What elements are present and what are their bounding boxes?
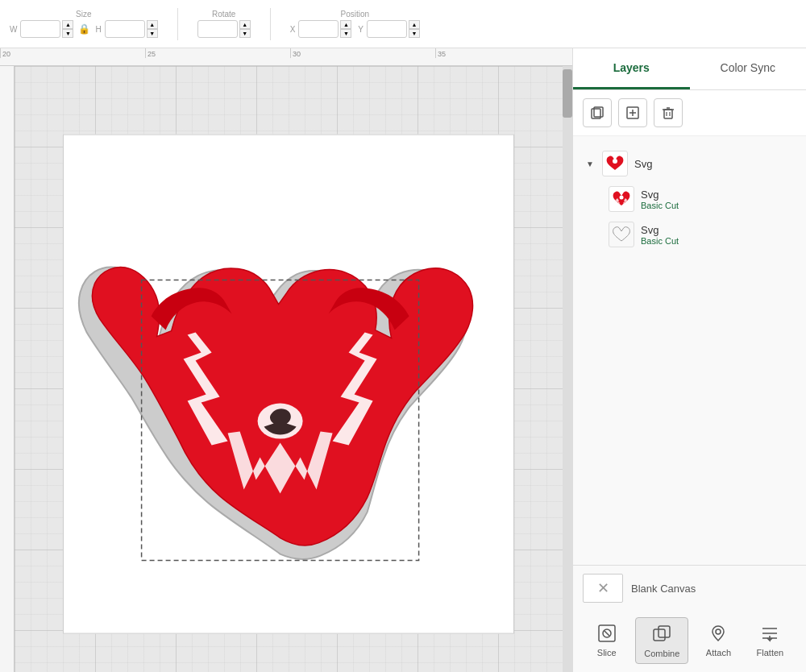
layer-group-name: Svg <box>634 158 793 170</box>
copy-button[interactable] <box>583 98 612 127</box>
layer-thumb-child-2 <box>609 222 634 247</box>
ruler-mark-1: 25 <box>145 48 156 58</box>
width-input[interactable] <box>20 20 60 38</box>
width-down[interactable]: ▼ <box>62 29 73 38</box>
add-button[interactable] <box>618 98 647 127</box>
flatten-button[interactable]: Flatten <box>749 617 792 664</box>
size-group: Size W ▲ ▼ 🔒 H ▲ ▼ <box>10 10 158 38</box>
tab-color-sync[interactable]: Color Sync <box>690 48 807 89</box>
layer-child-2-info: Svg Basic Cut <box>641 224 793 246</box>
svg-point-12 <box>620 196 624 200</box>
attach-label: Attach <box>706 648 731 657</box>
rotate-down[interactable]: ▼ <box>239 29 251 38</box>
combine-icon <box>650 623 673 645</box>
x-label: X <box>290 25 296 34</box>
combine-button[interactable]: Combine <box>635 617 688 664</box>
panel-toolbar <box>573 90 806 136</box>
lock-icon: 🔒 <box>78 23 90 35</box>
x-up[interactable]: ▲ <box>340 20 351 29</box>
logo-container[interactable] <box>71 184 490 570</box>
slice-label: Slice <box>597 648 617 657</box>
layer-group-1: ▼ Svg <box>573 143 806 255</box>
divider-2 <box>270 8 271 40</box>
position-input-row: X ▲ ▼ Y ▲ ▼ <box>290 20 420 38</box>
width-up[interactable]: ▲ <box>62 20 73 29</box>
bottom-actions: Slice Combine <box>583 611 796 664</box>
ruler-mark-3: 35 <box>435 48 446 58</box>
y-input[interactable] <box>367 20 407 38</box>
ruler-mark-2: 30 <box>290 48 301 58</box>
attach-svg <box>708 623 729 644</box>
panel-bottom: ✕ Blank Canvas Slice <box>573 565 806 672</box>
add-icon <box>625 106 640 120</box>
x-input[interactable] <box>298 20 339 38</box>
layer-item-child-2[interactable]: Svg Basic Cut <box>602 217 800 252</box>
svg-point-11 <box>613 159 617 164</box>
grid-canvas[interactable] <box>15 66 563 672</box>
position-label: Position <box>341 10 370 19</box>
y-down[interactable]: ▼ <box>409 29 420 38</box>
y-spin: ▲ ▼ <box>409 20 420 38</box>
attach-icon <box>707 622 729 645</box>
scrollbar-thumb[interactable] <box>563 69 572 118</box>
height-spin: ▲ ▼ <box>147 20 158 38</box>
blank-canvas-x-icon: ✕ <box>597 579 609 597</box>
size-input-row: W ▲ ▼ 🔒 H ▲ ▼ <box>10 20 158 38</box>
layer-child-1-name: Svg <box>641 189 793 201</box>
slice-icon <box>596 622 618 645</box>
layer-item-group[interactable]: ▼ Svg <box>580 146 800 181</box>
ruler-top: 20 25 30 35 <box>0 48 572 66</box>
y-up[interactable]: ▲ <box>409 20 420 29</box>
height-input[interactable] <box>105 20 145 38</box>
thumb-svg-child-1 <box>610 188 633 210</box>
rotate-input[interactable] <box>197 20 238 38</box>
layer-child-2-name: Svg <box>641 224 793 236</box>
layers-list: ▼ Svg <box>573 136 806 565</box>
combine-svg <box>651 624 672 645</box>
logo-svg <box>71 184 490 570</box>
height-label: H <box>95 25 101 34</box>
divider-1 <box>177 8 178 40</box>
layer-thumb-group <box>602 151 628 176</box>
thumb-svg-group <box>604 152 626 175</box>
layer-thumb-child-1 <box>609 186 634 212</box>
ruler-left <box>0 66 15 672</box>
svg-rect-16 <box>654 629 665 641</box>
canvas-area[interactable]: 20 25 30 35 <box>0 48 572 672</box>
right-panel: Layers Color Sync <box>572 48 806 672</box>
height-up[interactable]: ▲ <box>147 20 158 29</box>
blank-canvas-label: Blank Canvas <box>631 583 696 595</box>
flatten-label: Flatten <box>757 648 784 657</box>
blank-canvas-preview: ✕ <box>583 574 623 603</box>
combine-label: Combine <box>644 649 679 658</box>
svg-rect-17 <box>659 626 670 637</box>
position-group: Position X ▲ ▼ Y ▲ ▼ <box>290 10 420 38</box>
rotate-up[interactable]: ▲ <box>239 20 251 29</box>
slice-svg <box>596 623 617 644</box>
ruler-top-inner: 20 25 30 35 <box>0 48 572 65</box>
ruler-mark-0: 20 <box>0 48 10 58</box>
slice-button[interactable]: Slice <box>588 617 626 664</box>
scrollbar-right[interactable] <box>563 66 572 672</box>
flatten-icon <box>758 622 781 645</box>
layer-item-child-1[interactable]: Svg Basic Cut <box>602 181 800 217</box>
panel-tabs: Layers Color Sync <box>573 48 806 90</box>
x-down[interactable]: ▼ <box>340 29 351 38</box>
tab-layers[interactable]: Layers <box>573 48 690 89</box>
height-down[interactable]: ▼ <box>147 29 158 38</box>
svg-rect-6 <box>664 110 672 118</box>
layer-group-info: Svg <box>634 158 793 170</box>
main-area: 20 25 30 35 <box>0 48 806 672</box>
y-label: Y <box>358 25 364 34</box>
delete-button[interactable] <box>654 98 683 127</box>
attach-button[interactable]: Attach <box>698 617 739 664</box>
rotate-spin: ▲ ▼ <box>239 20 251 38</box>
flatten-svg <box>759 623 780 644</box>
rotate-input-row: ▲ ▼ <box>197 20 251 38</box>
rotate-label: Rotate <box>212 10 235 19</box>
layer-child-1-info: Svg Basic Cut <box>641 189 793 210</box>
delete-icon <box>661 106 675 120</box>
svg-line-15 <box>604 631 609 636</box>
layer-child-2-sub: Basic Cut <box>641 236 793 246</box>
svg-point-18 <box>716 629 721 634</box>
